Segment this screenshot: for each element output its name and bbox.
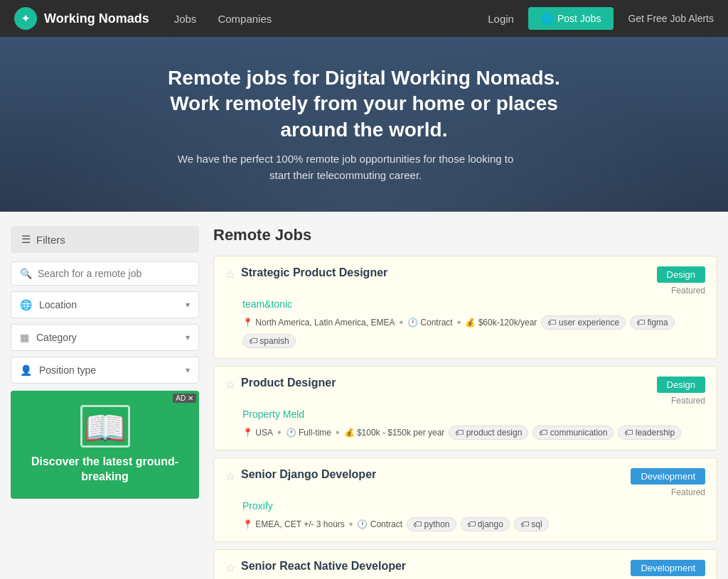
brand-name: Working Nomads <box>44 11 149 26</box>
ad-book-icon: 📖 <box>80 405 130 448</box>
job-tag: 💰 $60k-120k/year <box>465 318 537 328</box>
ad-banner-wrap: 📖 Discover the latest ground-breaking AD… <box>11 391 199 499</box>
nav-links: Jobs Companies <box>171 9 488 28</box>
post-jobs-button[interactable]: 🌐 Post Jobs <box>528 7 614 30</box>
tag-separator: • <box>277 426 282 439</box>
hero-section: Remote jobs for Digital Working Nomads. … <box>0 37 728 212</box>
location-icon: 🌐 <box>20 299 32 310</box>
navbar: ✦ Working Nomads Jobs Companies Login 🌐 … <box>0 0 728 37</box>
star-icon[interactable]: ☆ <box>225 268 235 281</box>
job-title[interactable]: Strategic Product Designer <box>241 266 387 279</box>
location-label: Location <box>39 299 178 310</box>
job-card-header: ☆ Strategic Product Designer Design Feat… <box>225 266 705 296</box>
job-title[interactable]: Senior React Native Developer <box>241 560 406 573</box>
job-tag: 🕐 Full-time <box>286 428 331 438</box>
job-card[interactable]: ☆ Product Designer Design Featured Prope… <box>213 366 717 450</box>
jobs-list: ☆ Strategic Product Designer Design Feat… <box>213 256 717 579</box>
tag-pill: 🏷 leadership <box>618 426 681 440</box>
featured-label: Featured <box>671 286 705 296</box>
tag-pill: 🏷 django <box>461 517 510 531</box>
job-card[interactable]: ☆ Strategic Product Designer Design Feat… <box>213 256 717 359</box>
search-input[interactable] <box>38 268 190 279</box>
job-tags: 📍 North America, Latin America, EMEA•🕐 C… <box>242 315 705 348</box>
ad-badge: AD ✕ <box>173 394 196 403</box>
tag-separator: • <box>349 518 353 531</box>
category-badge[interactable]: Development <box>631 468 705 485</box>
nav-actions: Login 🌐 Post Jobs Get Free Job Alerts <box>488 7 714 30</box>
ad-banner: 📖 Discover the latest ground-breaking <box>11 391 199 499</box>
company-name[interactable]: Property Meld <box>242 408 705 420</box>
job-card-right: Development Featured <box>631 468 705 497</box>
job-tags: 📍 EMEA, CET +/- 3 hours•🕐 Contract🏷 pyth… <box>242 517 705 531</box>
category-badge[interactable]: Design <box>657 266 705 283</box>
brand-icon: ✦ <box>14 7 37 30</box>
location-dropdown[interactable]: 🌐 Location ▾ <box>11 291 199 318</box>
filters-header: ☰ Filters <box>11 226 199 253</box>
hero-title: Remote jobs for Digital Working Nomads. … <box>168 65 560 143</box>
featured-label: Featured <box>671 396 705 406</box>
globe-icon: 🌐 <box>541 13 553 24</box>
job-card-left: ☆ Strategic Product Designer <box>225 266 387 281</box>
category-dropdown[interactable]: ▦ Category ▾ <box>11 324 199 351</box>
job-card-left: ☆ Product Designer <box>225 377 336 391</box>
category-label: Category <box>36 332 178 343</box>
job-tag: 📍 USA <box>242 428 273 438</box>
job-title[interactable]: Senior Django Developer <box>241 468 376 481</box>
tag-separator: • <box>399 316 403 329</box>
company-name[interactable]: Proxify <box>242 500 705 512</box>
job-tag: 🕐 Contract <box>407 318 453 328</box>
nav-login[interactable]: Login <box>488 13 514 25</box>
category-icon: ▦ <box>20 332 29 343</box>
filters-icon: ☰ <box>21 233 31 246</box>
tag-separator: • <box>457 316 461 329</box>
nav-jobs[interactable]: Jobs <box>171 9 200 28</box>
tag-pill: 🏷 communication <box>532 426 614 440</box>
featured-label: Featured <box>671 487 705 497</box>
tag-pill: 🏷 figma <box>630 315 675 330</box>
search-icon: 🔍 <box>20 268 32 279</box>
tag-pill: 🏷 user experience <box>541 315 626 330</box>
hero-subtitle: We have the perfect 100% remote job oppo… <box>168 151 523 183</box>
job-tag: 🕐 Contract <box>357 519 402 529</box>
brand[interactable]: ✦ Working Nomads <box>14 7 149 30</box>
filters-label: Filters <box>36 234 65 246</box>
nav-companies[interactable]: Companies <box>214 9 275 28</box>
category-badge[interactable]: Design <box>657 377 705 393</box>
job-card[interactable]: ☆ Senior React Native Developer Developm… <box>213 549 717 579</box>
position-type-label: Position type <box>39 364 178 376</box>
job-title[interactable]: Product Designer <box>241 377 336 389</box>
company-name[interactable]: team&tonic <box>242 298 705 310</box>
job-card-right: Development Featured <box>631 560 705 579</box>
star-icon[interactable]: ☆ <box>225 378 235 391</box>
job-card-header: ☆ Senior React Native Developer Developm… <box>225 560 705 579</box>
jobs-title: Remote Jobs <box>213 226 717 244</box>
ad-text: Discover the latest ground-breaking <box>25 455 185 485</box>
job-card-left: ☆ Senior React Native Developer <box>225 560 406 575</box>
category-chevron-icon: ▾ <box>186 332 190 342</box>
job-card-right: Design Featured <box>657 266 705 296</box>
job-card[interactable]: ☆ Senior Django Developer Development Fe… <box>213 458 717 542</box>
star-icon[interactable]: ☆ <box>225 561 235 575</box>
position-type-dropdown[interactable]: 👤 Position type ▾ <box>11 357 199 384</box>
job-card-header: ☆ Senior Django Developer Development Fe… <box>225 468 705 497</box>
star-icon[interactable]: ☆ <box>225 470 235 483</box>
location-chevron-icon: ▾ <box>186 300 190 310</box>
hero-content: Remote jobs for Digital Working Nomads. … <box>168 65 560 183</box>
get-alerts-link[interactable]: Get Free Job Alerts <box>628 13 714 24</box>
jobs-section: Remote Jobs ☆ Strategic Product Designer… <box>213 226 717 579</box>
tag-pill: 🏷 sql <box>514 517 549 531</box>
sidebar: ☰ Filters 🔍 🌐 Location ▾ ▦ Category ▾ 👤 … <box>11 226 199 579</box>
tag-pill: 🏷 product design <box>449 426 528 440</box>
category-badge[interactable]: Development <box>631 560 705 576</box>
job-tag: 💰 $100k - $150k per year <box>344 428 445 438</box>
tag-separator: • <box>336 426 340 439</box>
job-tags: 📍 USA•🕐 Full-time•💰 $100k - $150k per ye… <box>242 426 705 440</box>
job-tag: 📍 North America, Latin America, EMEA <box>242 318 395 328</box>
main-container: ☰ Filters 🔍 🌐 Location ▾ ▦ Category ▾ 👤 … <box>0 212 728 579</box>
job-tag: 📍 EMEA, CET +/- 3 hours <box>242 519 345 529</box>
job-card-right: Design Featured <box>657 377 705 406</box>
job-card-left: ☆ Senior Django Developer <box>225 468 376 483</box>
search-box[interactable]: 🔍 <box>11 261 199 286</box>
position-type-chevron-icon: ▾ <box>186 365 190 375</box>
tag-pill: 🏷 spanish <box>242 334 296 348</box>
